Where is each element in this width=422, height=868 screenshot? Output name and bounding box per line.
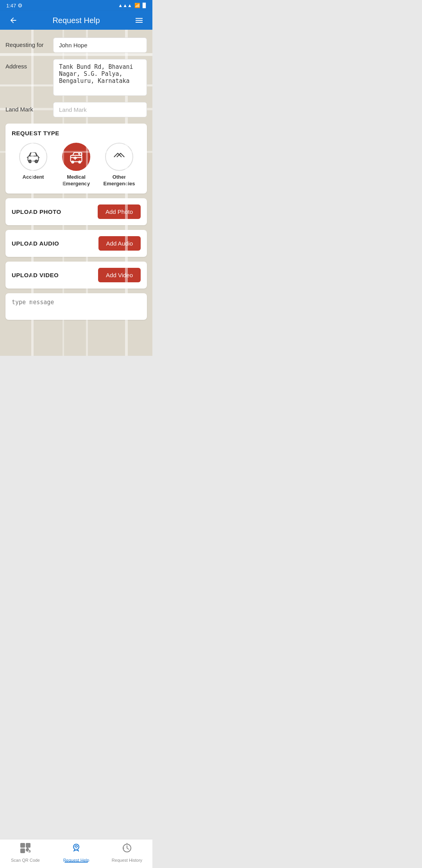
request-types-container: Accident Medical Emergency bbox=[12, 143, 141, 187]
accident-icon bbox=[19, 143, 47, 171]
svg-point-5 bbox=[79, 161, 80, 163]
settings-icon: ⚙ bbox=[18, 2, 23, 9]
battery-icon: ▉ bbox=[143, 3, 146, 8]
upload-video-label: UPLOAD VIDEO bbox=[12, 272, 59, 278]
svg-point-13 bbox=[76, 847, 77, 848]
upload-audio-label: UPLOAD AUDIO bbox=[12, 240, 59, 247]
request-help-icon bbox=[71, 843, 82, 856]
message-input[interactable] bbox=[12, 299, 141, 313]
add-audio-button[interactable]: Add Audio bbox=[98, 236, 141, 251]
medical-label: Medical Emergency bbox=[55, 174, 98, 187]
request-type-medical[interactable]: Medical Emergency bbox=[55, 143, 98, 187]
address-row: Address bbox=[5, 59, 147, 96]
back-button[interactable] bbox=[6, 16, 20, 25]
landmark-input[interactable] bbox=[53, 102, 147, 117]
add-photo-button[interactable]: Add Photo bbox=[98, 204, 141, 219]
landmark-label: Land Mark bbox=[5, 102, 48, 113]
other-icon bbox=[105, 143, 133, 171]
request-history-icon bbox=[122, 843, 132, 856]
accident-label: Accident bbox=[23, 174, 44, 181]
svg-rect-10 bbox=[21, 844, 24, 846]
upload-video-row: UPLOAD VIDEO Add Video bbox=[12, 268, 141, 282]
upload-video-card: UPLOAD VIDEO Add Video bbox=[5, 262, 147, 289]
nav-scan-qr[interactable]: Scan QR Code bbox=[0, 843, 51, 863]
message-card bbox=[5, 293, 147, 320]
status-time: 1:47 bbox=[6, 3, 16, 9]
add-video-button[interactable]: Add Video bbox=[98, 268, 141, 282]
landmark-row: Land Mark bbox=[5, 102, 147, 117]
upload-photo-label: UPLOAD PHOTO bbox=[12, 208, 61, 215]
request-type-other[interactable]: Other Emergencies bbox=[98, 143, 141, 187]
svg-rect-12 bbox=[21, 850, 24, 852]
upload-audio-card: UPLOAD AUDIO Add Audio bbox=[5, 230, 147, 257]
svg-point-4 bbox=[72, 161, 73, 163]
bottom-nav: Scan QR Code Request Help Request Histor… bbox=[0, 839, 152, 868]
other-label: Other Emergencies bbox=[98, 174, 141, 187]
nav-scan-qr-label: Scan QR Code bbox=[11, 858, 40, 863]
wifi-icon: 📶 bbox=[134, 3, 140, 8]
signal-icon: ▲▲▲ bbox=[118, 3, 132, 8]
request-type-title: REQUEST TYPE bbox=[12, 130, 141, 136]
requesting-for-row: Requesting for bbox=[5, 38, 147, 53]
upload-audio-row: UPLOAD AUDIO Add Audio bbox=[12, 236, 141, 251]
scan-qr-icon bbox=[20, 843, 31, 856]
svg-point-2 bbox=[35, 160, 38, 163]
nav-request-help[interactable]: Request Help bbox=[51, 843, 102, 863]
upload-photo-row: UPLOAD PHOTO Add Photo bbox=[12, 204, 141, 219]
address-label: Address bbox=[5, 59, 48, 70]
nav-request-history[interactable]: Request History bbox=[102, 843, 152, 863]
requesting-for-label: Requesting for bbox=[5, 38, 48, 48]
svg-point-1 bbox=[29, 160, 31, 163]
medical-icon bbox=[62, 143, 90, 171]
menu-button[interactable] bbox=[132, 16, 146, 25]
requesting-for-input[interactable] bbox=[53, 38, 147, 53]
address-input[interactable] bbox=[53, 59, 147, 96]
upload-photo-card: UPLOAD PHOTO Add Photo bbox=[5, 198, 147, 225]
request-type-card: REQUEST TYPE Accident bbox=[5, 124, 147, 194]
status-bar: 1:47 ⚙ ▲▲▲ 📶 ▉ bbox=[0, 0, 152, 11]
nav-request-history-label: Request History bbox=[112, 858, 142, 863]
page-title: Request Help bbox=[20, 16, 132, 25]
request-type-accident[interactable]: Accident bbox=[12, 143, 55, 181]
svg-rect-11 bbox=[27, 844, 29, 846]
app-bar: Request Help bbox=[0, 11, 152, 30]
